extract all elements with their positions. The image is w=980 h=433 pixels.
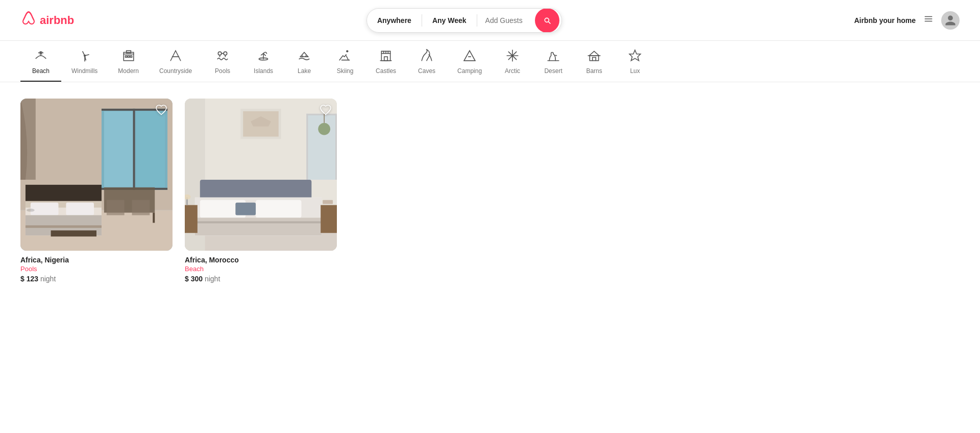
- logo-text: airbnb: [40, 14, 74, 27]
- any-week-button[interactable]: Any Week: [422, 9, 477, 32]
- camping-icon: [463, 49, 476, 64]
- svg-rect-22: [590, 56, 598, 61]
- svg-rect-43: [66, 203, 94, 215]
- category-item-barns[interactable]: Barns: [574, 41, 615, 82]
- desert-icon: [547, 49, 560, 64]
- category-item-islands[interactable]: Islands: [243, 41, 284, 82]
- svg-rect-65: [185, 205, 198, 233]
- svg-rect-33: [20, 99, 36, 180]
- svg-rect-7: [128, 56, 129, 57]
- modern-icon: [122, 49, 135, 64]
- listings-grid: Africa, NigeriaPools$ 123 night: [0, 82, 357, 299]
- category-item-camping[interactable]: Camping: [447, 41, 492, 82]
- listing-category-tag: Beach: [185, 265, 337, 273]
- arctic-icon: [506, 49, 519, 64]
- category-item-modern[interactable]: Modern: [108, 41, 149, 82]
- castles-icon: [379, 49, 393, 64]
- islands-label: Islands: [254, 67, 273, 75]
- listing-price: $ 300 night: [185, 275, 337, 283]
- listing-image: [185, 99, 337, 251]
- favorite-button[interactable]: [155, 104, 167, 116]
- price-amount: $ 300: [185, 275, 203, 283]
- skiing-icon: [338, 49, 352, 64]
- category-item-castles[interactable]: Castles: [365, 41, 406, 82]
- svg-point-47: [27, 209, 35, 212]
- category-item-lake[interactable]: Lake: [284, 41, 325, 82]
- category-nav: BeachWindmillsModernCountrysidePoolsIsla…: [0, 41, 980, 82]
- category-item-pools[interactable]: Pools: [202, 41, 243, 82]
- svg-rect-15: [384, 57, 388, 61]
- beach-label: Beach: [32, 67, 50, 75]
- category-item-caves[interactable]: Caves: [406, 41, 447, 82]
- category-item-skiing[interactable]: Skiing: [325, 41, 365, 82]
- airbnb-home-link[interactable]: Airbnb your home: [854, 16, 916, 25]
- listings-main: Africa, NigeriaPools$ 123 night: [0, 82, 980, 299]
- arctic-label: Arctic: [505, 67, 520, 75]
- price-night: night: [40, 275, 56, 283]
- svg-point-4: [84, 55, 86, 57]
- listing-image: [20, 99, 173, 251]
- svg-rect-63: [195, 218, 322, 235]
- airbnb-logo-icon: [20, 10, 37, 30]
- category-item-beach[interactable]: Beach: [20, 41, 61, 82]
- lux-icon: [628, 49, 642, 64]
- logo[interactable]: airbnb: [20, 10, 74, 30]
- barns-label: Barns: [586, 67, 602, 75]
- svg-rect-54: [306, 114, 308, 180]
- svg-rect-9: [126, 51, 131, 53]
- svg-point-11: [224, 52, 227, 55]
- price-night: night: [205, 275, 220, 283]
- countryside-label: Countryside: [159, 67, 192, 75]
- beach-icon: [34, 49, 47, 64]
- svg-rect-62: [235, 203, 256, 215]
- listing-category-tag: Pools: [20, 265, 173, 273]
- category-item-lux[interactable]: Lux: [615, 41, 655, 82]
- listing-card[interactable]: Africa, NigeriaPools$ 123 night: [20, 99, 173, 283]
- favorite-button[interactable]: [320, 104, 332, 116]
- svg-rect-69: [323, 200, 333, 204]
- category-item-countryside[interactable]: Countryside: [149, 41, 202, 82]
- caves-label: Caves: [418, 67, 435, 75]
- category-item-windmills[interactable]: Windmills: [61, 41, 108, 82]
- svg-point-21: [511, 55, 513, 57]
- lake-label: Lake: [298, 67, 311, 75]
- header: airbnb Anywhere Any Week Add Guests Airb…: [0, 0, 980, 41]
- barns-icon: [587, 49, 601, 64]
- category-item-desert[interactable]: Desert: [533, 41, 574, 82]
- pools-icon: [216, 49, 229, 64]
- lake-icon: [298, 49, 311, 64]
- user-avatar[interactable]: [941, 11, 960, 30]
- svg-rect-37: [107, 200, 125, 215]
- listing-location: Africa, Nigeria: [20, 256, 173, 264]
- lux-label: Lux: [630, 67, 640, 75]
- svg-rect-42: [31, 203, 59, 215]
- add-guests-button[interactable]: Add Guests: [477, 9, 531, 32]
- svg-point-13: [346, 50, 348, 52]
- svg-rect-38: [132, 200, 150, 215]
- category-item-arctic[interactable]: Arctic: [492, 41, 533, 82]
- countryside-icon: [169, 49, 182, 64]
- anywhere-button[interactable]: Anywhere: [367, 9, 422, 32]
- modern-label: Modern: [118, 67, 139, 75]
- islands-icon: [257, 49, 270, 64]
- listing-card[interactable]: Africa, MoroccoBeach$ 300 night: [185, 99, 337, 283]
- svg-rect-61: [256, 200, 301, 218]
- camping-label: Camping: [457, 67, 482, 75]
- svg-rect-8: [130, 56, 132, 57]
- pools-label: Pools: [215, 67, 230, 75]
- header-right: Airbnb your home: [854, 11, 960, 30]
- menu-icon[interactable]: [924, 14, 933, 26]
- svg-rect-64: [195, 221, 322, 223]
- windmills-icon: [78, 49, 91, 64]
- search-submit-button[interactable]: [535, 8, 559, 33]
- desert-label: Desert: [544, 67, 562, 75]
- svg-rect-46: [51, 230, 96, 236]
- svg-rect-41: [26, 185, 102, 201]
- skiing-label: Skiing: [337, 67, 354, 75]
- svg-rect-57: [200, 180, 312, 200]
- svg-point-70: [318, 123, 330, 135]
- svg-point-10: [218, 52, 222, 55]
- svg-rect-32: [133, 109, 135, 190]
- svg-marker-23: [629, 50, 641, 61]
- svg-rect-68: [321, 205, 337, 233]
